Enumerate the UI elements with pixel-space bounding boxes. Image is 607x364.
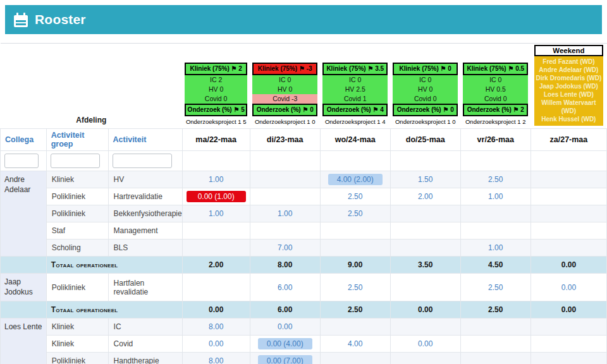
- flag-icon: ⚑: [443, 106, 448, 113]
- value-cell[interactable]: 0.00: [530, 274, 606, 301]
- value-cell[interactable]: 2.00: [390, 188, 460, 205]
- total-value-cell: 0.00: [182, 301, 250, 318]
- value-cell[interactable]: [530, 336, 606, 353]
- kliniek-capacity-box: Kliniek (75%) ⚑ 0.5: [463, 63, 528, 75]
- page-title: Rooster: [35, 12, 86, 27]
- value-cell[interactable]: 1.00: [182, 205, 250, 222]
- kliniek-capacity-box: Kliniek (75%) ⚑ 2: [185, 63, 247, 75]
- activiteit-cell: IC: [108, 318, 182, 336]
- collega-filter-input[interactable]: [4, 154, 39, 168]
- flag-icon: ⚑: [513, 106, 519, 113]
- value-cell[interactable]: [530, 353, 606, 364]
- column-header-collega[interactable]: Collega: [1, 129, 47, 151]
- value-cell[interactable]: 2.50: [320, 274, 390, 301]
- activiteit-cell: Hartrevalidatie: [108, 188, 182, 205]
- value-cell[interactable]: [182, 274, 250, 301]
- value-cell[interactable]: [182, 240, 250, 257]
- activiteit-filter-input[interactable]: [113, 154, 172, 168]
- value-cell[interactable]: [390, 318, 460, 336]
- activiteit-groep-filter-input[interactable]: [51, 154, 100, 168]
- value-cell[interactable]: [530, 171, 606, 188]
- column-header-di: di/23-maa: [250, 129, 320, 151]
- activiteit-cell: Management: [108, 222, 182, 240]
- value-cell[interactable]: [530, 318, 606, 336]
- capacity-line: HV 0: [185, 85, 247, 94]
- value-cell[interactable]: 0.00 (4.00): [250, 336, 320, 353]
- value-cell[interactable]: [250, 171, 320, 188]
- roster-body: Andre AdelaarKliniekHV1.004.00 (2.00)1.5…: [1, 171, 607, 364]
- value-cell[interactable]: 2.50: [320, 188, 390, 205]
- value-cell[interactable]: [320, 353, 390, 364]
- value-cell[interactable]: 2.50: [460, 171, 530, 188]
- value-cell[interactable]: [390, 274, 460, 301]
- value-cell[interactable]: 8.00: [182, 318, 250, 336]
- value-cell[interactable]: [460, 353, 530, 364]
- filter-spacer: [390, 151, 460, 171]
- value-cell[interactable]: [250, 188, 320, 205]
- column-header-activiteit-groep[interactable]: Activiteit groep: [46, 129, 108, 151]
- capacity-cell-weekend: WeekendFred Fazant (WD)Andre Adelaar (WD…: [530, 44, 606, 129]
- value-cell[interactable]: 1.00: [460, 240, 530, 257]
- value-cell[interactable]: 8.00: [182, 353, 250, 364]
- column-header-do: do/25-maa: [390, 129, 460, 151]
- capacity-line: Covid 1: [322, 94, 388, 104]
- value-cell[interactable]: 0.00 (1.00): [182, 188, 250, 205]
- collega-cell: Loes Lente: [1, 318, 47, 364]
- capacity-line: IC 0: [393, 75, 458, 85]
- weekend-name: Willem Watervaart (WD): [534, 99, 603, 115]
- capacity-cell-wo: Kliniek (75%) ⚑ 3.5 IC 0HV 2.5Covid 1 On…: [320, 44, 390, 129]
- total-value-cell: 2.50: [460, 301, 530, 318]
- capacity-stack: Kliniek (75%) ⚑ 2 IC 2HV 0Covid 0 Onderz…: [185, 63, 247, 126]
- value-cell[interactable]: 1.50: [390, 171, 460, 188]
- value-cell[interactable]: 7.00: [250, 240, 320, 257]
- value-cell[interactable]: 2.50: [320, 205, 390, 222]
- value-cell[interactable]: 0.00: [390, 336, 460, 353]
- value-cell[interactable]: [320, 240, 390, 257]
- value-cell[interactable]: [390, 353, 460, 364]
- value-cell[interactable]: [460, 336, 530, 353]
- filter-spacer: [182, 151, 250, 171]
- capacity-line: Covid -3: [252, 94, 317, 104]
- table-row: Jaap JodokusPolikliniekHartfalen revalid…: [1, 274, 607, 301]
- value-cell[interactable]: [530, 240, 606, 257]
- value-cell[interactable]: [530, 222, 606, 240]
- value-cell[interactable]: 2.50: [460, 274, 530, 301]
- value-cell[interactable]: [320, 222, 390, 240]
- value-cell[interactable]: [390, 240, 460, 257]
- value-cell[interactable]: 1.00: [460, 188, 530, 205]
- project-line: Onderzoeksproject 1 4: [322, 116, 388, 126]
- value-cell[interactable]: 6.00: [250, 274, 320, 301]
- activiteit-groep-cell: Staf: [46, 222, 108, 240]
- value-cell[interactable]: 1.00: [250, 205, 320, 222]
- column-header-activiteit[interactable]: Activiteit: [108, 129, 182, 151]
- activiteit-cell: BLS: [108, 240, 182, 257]
- flag-icon: ⚑: [302, 106, 308, 113]
- value-cell[interactable]: [460, 318, 530, 336]
- value-cell[interactable]: [320, 318, 390, 336]
- value-cell[interactable]: 4.00 (2.00): [320, 171, 390, 188]
- value-cell[interactable]: 4.00: [320, 336, 390, 353]
- value-cell[interactable]: 0.00: [250, 318, 320, 336]
- value-cell[interactable]: 0.00: [182, 336, 250, 353]
- value-cell[interactable]: [390, 222, 460, 240]
- value-cell[interactable]: [390, 205, 460, 222]
- value-cell[interactable]: [182, 222, 250, 240]
- value-cell[interactable]: [250, 222, 320, 240]
- capacity-row: Afdeling Kliniek (75%) ⚑ 2 IC 2HV 0Covid…: [1, 44, 607, 129]
- value-cell[interactable]: [460, 205, 530, 222]
- activiteit-groep-cell: Kliniek: [46, 336, 108, 353]
- value-cell[interactable]: [530, 205, 606, 222]
- total-row: Totaal operationeel2.008.009.003.504.500…: [1, 257, 607, 274]
- capacity-line: Covid 0: [185, 94, 247, 104]
- value-cell[interactable]: [460, 222, 530, 240]
- value-pill: 4.00 (2.00): [328, 174, 383, 185]
- onderzoek-capacity-box: Onderzoek (%) ⚑ 4: [322, 104, 388, 116]
- onderzoek-capacity-box: Onderzoek (%) ⚑ 0: [393, 104, 458, 116]
- value-cell[interactable]: [530, 188, 606, 205]
- value-cell[interactable]: 0.00 (7.00): [250, 353, 320, 364]
- activiteit-groep-cell: Kliniek: [46, 318, 108, 336]
- total-value-cell: 3.50: [390, 257, 460, 274]
- capacity-stack: Kliniek (75%) ⚑ 0 IC 0HV 0Covid 0 Onderz…: [393, 63, 458, 126]
- value-cell[interactable]: 1.00: [182, 171, 250, 188]
- total-value-cell: 0.00: [530, 301, 606, 318]
